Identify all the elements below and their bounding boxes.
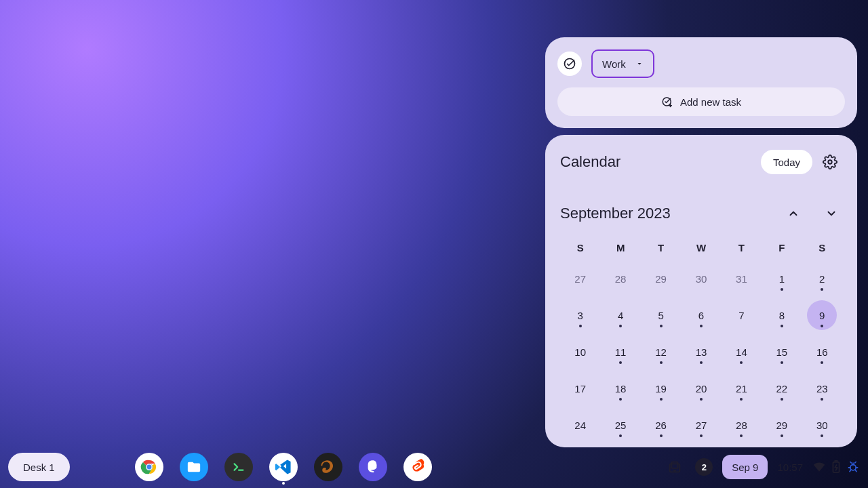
calendar-day[interactable]: 19 [646,373,676,403]
calendar-day[interactable]: 18 [606,373,635,403]
calendar-day[interactable]: 21 [726,373,756,403]
event-dot-icon [740,434,743,437]
event-dot-icon [781,361,783,364]
event-dot-icon [821,361,823,364]
calendar-prev-month-button[interactable] [783,203,804,224]
tasks-checkmark-icon[interactable] [557,52,582,76]
app-terminal-icon[interactable] [224,453,253,481]
calendar-day[interactable]: 2 [807,264,837,293]
calendar-day[interactable]: 28 [726,410,756,440]
calendar-day[interactable]: 7 [726,300,756,330]
calendar-week-row: 17181920212223 [560,370,842,407]
taskbar: Desk 1 2 Sep 9 [0,446,868,488]
calendar-day[interactable]: 8 [767,300,797,330]
calendar-day[interactable]: 26 [646,410,676,440]
calendar-day[interactable]: 20 [686,373,716,403]
system-tray: 2 Sep 9 10:57 [664,455,860,479]
app-dbeaver-icon[interactable] [314,453,342,481]
app-mastodon-icon[interactable] [359,453,387,481]
calendar-dow-row: SMTWTFS [560,242,842,253]
event-dot-icon [781,434,783,437]
chevron-down-icon [635,60,644,68]
calendar-day[interactable]: 13 [686,337,716,367]
event-dot-icon [700,398,703,401]
task-list-label: Work [602,58,626,70]
calendar-widget: Calendar Today September 2023 [545,135,857,447]
notification-badge[interactable]: 2 [695,458,713,476]
chevron-down-icon [825,207,837,220]
event-dot-icon [700,361,703,364]
calendar-day[interactable]: 30 [686,264,716,293]
app-svelte-icon[interactable] [403,453,432,481]
calendar-day[interactable]: 25 [606,410,635,440]
calendar-day[interactable]: 28 [606,264,635,293]
add-task-icon [661,96,673,108]
calendar-grid: 2728293031123456789101112131415161718192… [560,260,842,443]
calendar-title: Calendar [560,153,620,171]
calendar-day[interactable]: 15 [767,337,797,367]
battery-icon[interactable] [831,460,841,474]
calendar-dow: S [560,242,600,253]
calendar-day[interactable]: 29 [646,264,676,293]
calendar-day[interactable]: 27 [566,264,595,293]
bug-icon[interactable] [846,460,860,474]
wifi-icon[interactable] [812,460,826,474]
calendar-day[interactable]: 1 [767,264,797,293]
event-dot-icon [821,325,823,327]
calendar-day[interactable]: 4 [606,300,635,330]
chevron-up-icon [787,207,800,220]
calendar-day[interactable]: 9 [807,300,837,330]
event-dot-icon [660,361,663,364]
tray-clock[interactable]: 10:57 [777,462,803,473]
calendar-day[interactable]: 12 [646,337,676,367]
calendar-day[interactable]: 31 [726,264,756,293]
calendar-dow: W [681,242,721,253]
calendar-day[interactable]: 6 [686,300,716,330]
tote-tray-button[interactable] [664,456,686,478]
calendar-day[interactable]: 5 [646,300,676,330]
app-chrome-icon[interactable] [135,453,163,481]
calendar-day[interactable]: 10 [566,337,595,367]
app-files-icon[interactable] [180,453,208,481]
event-dot-icon [781,288,783,291]
calendar-week-row: 24252627282930 [560,407,842,443]
today-button[interactable]: Today [761,150,812,174]
calendar-day[interactable]: 17 [566,373,595,403]
svg-point-0 [565,59,575,69]
calendar-day[interactable]: 24 [566,410,595,440]
event-dot-icon [740,398,743,401]
gear-icon [823,155,837,169]
event-dot-icon [821,434,823,437]
calendar-next-month-button[interactable] [821,203,842,224]
calendar-day[interactable]: 11 [606,337,635,367]
event-dot-icon [619,434,622,437]
event-dot-icon [660,434,663,437]
calendar-day[interactable]: 27 [686,410,716,440]
event-dot-icon [700,434,703,437]
tasks-widget: Work Add new task [545,37,857,128]
event-dot-icon [660,398,663,401]
add-task-button[interactable]: Add new task [557,87,845,116]
tray-date[interactable]: Sep 9 [722,455,768,479]
calendar-day[interactable]: 3 [566,300,595,330]
event-dot-icon [781,325,783,327]
calendar-day[interactable]: 23 [807,373,837,403]
calendar-month-label: September 2023 [560,205,671,222]
calendar-day[interactable]: 29 [767,410,797,440]
calendar-day[interactable]: 14 [726,337,756,367]
calendar-settings-button[interactable] [818,150,842,174]
calendar-dow: M [600,242,640,253]
calendar-day[interactable]: 22 [767,373,797,403]
app-vscode-icon[interactable] [269,453,298,481]
calendar-day[interactable]: 30 [807,410,837,440]
event-dot-icon [660,325,663,327]
calendar-dow: S [802,242,842,253]
event-dot-icon [700,325,703,327]
calendar-day[interactable]: 16 [807,337,837,367]
task-list-selector[interactable]: Work [591,49,654,78]
calendar-dow: T [722,242,762,253]
desk-switcher[interactable]: Desk 1 [8,453,70,481]
svg-point-2 [828,160,832,164]
calendar-week-row: 272829303112 [560,260,842,297]
event-dot-icon [619,325,622,327]
